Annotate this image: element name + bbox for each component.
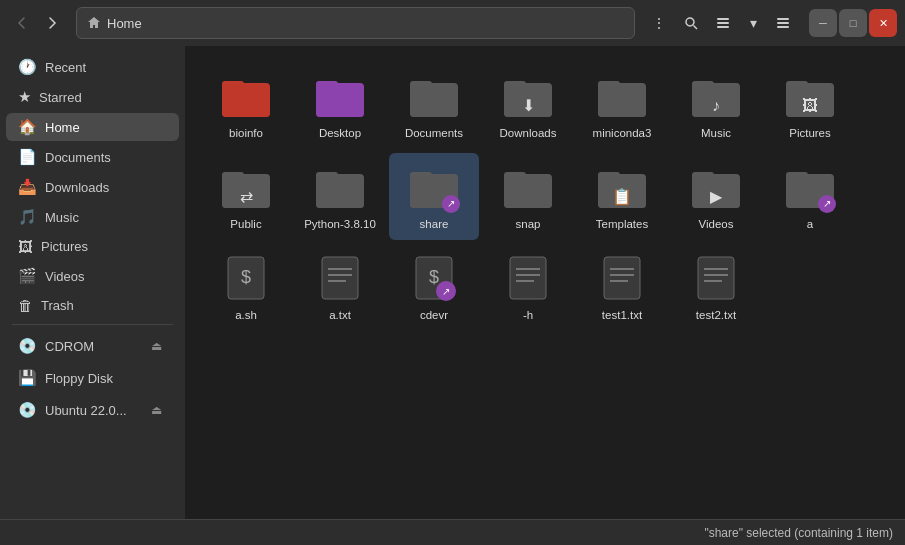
file-label-share: share (420, 217, 449, 232)
nav-buttons (8, 9, 66, 37)
recent-icon: 🕐 (18, 58, 37, 76)
file-item-miniconda3[interactable]: miniconda3 (577, 62, 667, 149)
back-button[interactable] (8, 9, 36, 37)
file-icon-share: ↗ (408, 161, 460, 213)
address-bar[interactable]: Home (76, 7, 635, 39)
sidebar-label-documents: Documents (45, 150, 111, 165)
file-label-ash: a.sh (235, 308, 257, 323)
file-item-music[interactable]: ♪ Music (671, 62, 761, 149)
sidebar-item-ubuntu[interactable]: 💿 Ubuntu 22.0... ⏏ (6, 394, 179, 426)
file-item-atxt[interactable]: a.txt (295, 244, 385, 331)
file-label-videos: Videos (699, 217, 734, 232)
list-view-button[interactable] (709, 9, 737, 37)
file-icon-bioinfo (220, 70, 272, 122)
file-item-pictures[interactable]: 🖼 Pictures (765, 62, 855, 149)
file-item-bioinfo[interactable]: bioinfo (201, 62, 291, 149)
file-icon-downloads: ⬇ (502, 70, 554, 122)
svg-text:📋: 📋 (612, 187, 632, 206)
sidebar-item-trash[interactable]: 🗑 Trash (6, 292, 179, 319)
sidebar-item-downloads[interactable]: 📥 Downloads (6, 173, 179, 201)
sidebar-divider (12, 324, 173, 325)
sidebar-label-starred: Starred (39, 90, 82, 105)
file-label-documents: Documents (405, 126, 463, 141)
status-text: "share" selected (containing 1 item) (704, 526, 893, 540)
sidebar-item-music[interactable]: 🎵 Music (6, 203, 179, 231)
svg-rect-23 (598, 85, 646, 117)
svg-rect-4 (717, 26, 729, 28)
sidebar-item-recent[interactable]: 🕐 Recent (6, 53, 179, 81)
file-label-test2: test2.txt (696, 308, 736, 323)
downloads-icon: 📥 (18, 178, 37, 196)
svg-rect-38 (316, 176, 364, 208)
sort-button[interactable]: ▾ (739, 9, 767, 37)
file-item-ash[interactable]: $ a.sh (201, 244, 291, 331)
sidebar-item-cdrom[interactable]: 💿 CDROM ⏏ (6, 330, 179, 362)
file-item-test2[interactable]: test2.txt (671, 244, 761, 331)
file-label-downloads: Downloads (500, 126, 557, 141)
sidebar-item-videos[interactable]: 🎬 Videos (6, 262, 179, 290)
file-item-videos[interactable]: ▶ Videos (671, 153, 761, 240)
file-icon-miniconda3 (596, 70, 648, 122)
file-item-desktop[interactable]: Desktop (295, 62, 385, 149)
file-icon-h (502, 252, 554, 304)
sidebar-label-cdrom: CDROM (45, 339, 94, 354)
sidebar-item-home[interactable]: 🏠 Home (6, 113, 179, 141)
file-item-python[interactable]: Python-3.8.10 (295, 153, 385, 240)
file-label-public: Public (230, 217, 261, 232)
file-content: bioinfo Desktop Documents ⬇ Downloads mi… (185, 46, 905, 519)
maximize-button[interactable]: □ (839, 9, 867, 37)
cdrom-icon: 💿 (18, 337, 37, 355)
svg-point-0 (686, 18, 694, 26)
file-icon-python (314, 161, 366, 213)
menu-button[interactable] (769, 9, 797, 37)
sidebar-label-trash: Trash (41, 298, 74, 313)
search-button[interactable] (677, 9, 705, 37)
starred-icon: ★ (18, 88, 31, 106)
svg-rect-66 (510, 257, 546, 299)
more-options-button[interactable]: ⋮ (645, 9, 673, 37)
file-item-templates[interactable]: 📋 Templates (577, 153, 667, 240)
sidebar-label-home: Home (45, 120, 80, 135)
sidebar-item-floppy[interactable]: 💾 Floppy Disk (6, 364, 179, 392)
sidebar-label-floppy: Floppy Disk (45, 371, 113, 386)
file-label-bioinfo: bioinfo (229, 126, 263, 141)
svg-rect-74 (698, 257, 734, 299)
pictures-icon: 🖼 (18, 238, 33, 255)
cdrom-eject-button[interactable]: ⏏ (145, 335, 167, 357)
close-button[interactable]: ✕ (869, 9, 897, 37)
minimize-button[interactable]: ─ (809, 9, 837, 37)
sidebar-item-documents[interactable]: 📄 Documents (6, 143, 179, 171)
file-label-snap: snap (516, 217, 541, 232)
file-label-templates: Templates (596, 217, 648, 232)
svg-rect-16 (410, 85, 458, 117)
file-item-downloads[interactable]: ⬇ Downloads (483, 62, 573, 149)
file-item-cdevr[interactable]: $ ↗ cdevr (389, 244, 479, 331)
svg-text:⬇: ⬇ (522, 97, 535, 114)
forward-button[interactable] (38, 9, 66, 37)
file-icon-music: ♪ (690, 70, 742, 122)
file-item-public[interactable]: ⇄ Public (201, 153, 291, 240)
file-item-a[interactable]: ↗a (765, 153, 855, 240)
file-item-test1[interactable]: test1.txt (577, 244, 667, 331)
window-controls: ─ □ ✕ (809, 9, 897, 37)
titlebar: Home ⋮ ▾ ─ □ ✕ (0, 0, 905, 46)
file-item-snap[interactable]: snap (483, 153, 573, 240)
file-item-share[interactable]: ↗share (389, 153, 479, 240)
svg-rect-2 (717, 18, 729, 20)
sidebar-label-music: Music (45, 210, 79, 225)
file-label-atxt: a.txt (329, 308, 351, 323)
documents-icon: 📄 (18, 148, 37, 166)
sidebar-item-pictures[interactable]: 🖼 Pictures (6, 233, 179, 260)
trash-icon: 🗑 (18, 297, 33, 314)
file-item-documents[interactable]: Documents (389, 62, 479, 149)
ubuntu-icon: 💿 (18, 401, 37, 419)
statusbar: "share" selected (containing 1 item) (0, 519, 905, 545)
sidebar-item-starred[interactable]: ★ Starred (6, 83, 179, 111)
svg-text:$: $ (241, 267, 251, 287)
svg-text:▶: ▶ (710, 188, 723, 205)
view-controls: ▾ (709, 9, 797, 37)
ubuntu-eject-button[interactable]: ⏏ (145, 399, 167, 421)
file-item-h[interactable]: -h (483, 244, 573, 331)
svg-text:$: $ (429, 267, 439, 287)
file-icon-pictures: 🖼 (784, 70, 836, 122)
